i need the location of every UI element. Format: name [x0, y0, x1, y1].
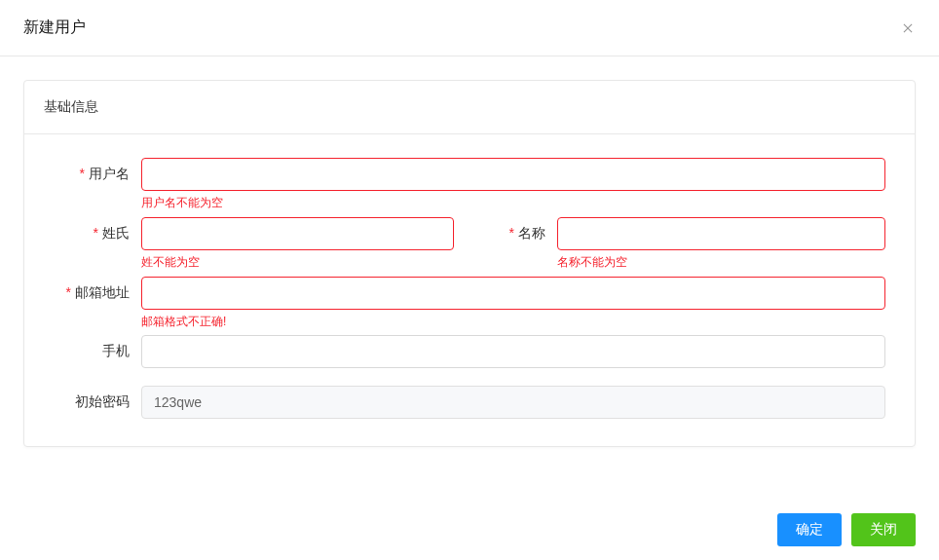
modal-footer: 确定 关闭 — [0, 500, 939, 560]
firstname-label: *名称 — [470, 217, 557, 243]
panel-header: 基础信息 — [24, 81, 915, 134]
firstname-error: 名称不能为空 — [557, 254, 885, 271]
close-button[interactable]: 关闭 — [851, 513, 916, 546]
email-row: *邮箱地址 邮箱格式不正确! — [54, 277, 885, 330]
lastname-error: 姓不能为空 — [141, 254, 454, 271]
modal-title: 新建用户 — [23, 18, 86, 38]
phone-input[interactable] — [141, 335, 885, 368]
username-error: 用户名不能为空 — [141, 195, 885, 211]
email-input[interactable] — [141, 277, 885, 310]
initial-password-label: 初始密码 — [54, 386, 141, 411]
confirm-button[interactable]: 确定 — [777, 513, 842, 546]
name-row: *姓氏 姓不能为空 *名称 名称不能为空 — [54, 217, 885, 271]
close-icon[interactable] — [900, 20, 916, 36]
phone-row: 手机 — [54, 335, 885, 368]
modal-header: 新建用户 — [0, 0, 939, 56]
phone-label: 手机 — [54, 335, 141, 360]
form-panel: 基础信息 *用户名 用户名不能为空 *姓氏 姓不能为空 — [23, 80, 916, 447]
lastname-input[interactable] — [141, 217, 454, 250]
email-error: 邮箱格式不正确! — [141, 314, 885, 330]
firstname-input[interactable] — [557, 217, 885, 250]
username-label: *用户名 — [54, 158, 141, 183]
username-row: *用户名 用户名不能为空 — [54, 158, 885, 211]
modal-body: 基础信息 *用户名 用户名不能为空 *姓氏 姓不能为空 — [0, 56, 939, 470]
form-content: *用户名 用户名不能为空 *姓氏 姓不能为空 *名称 — [24, 134, 915, 446]
lastname-label: *姓氏 — [54, 217, 141, 243]
username-input[interactable] — [141, 158, 885, 191]
initial-password-row: 初始密码 123qwe — [54, 386, 885, 419]
email-label: *邮箱地址 — [54, 277, 141, 302]
initial-password-display: 123qwe — [141, 386, 885, 419]
